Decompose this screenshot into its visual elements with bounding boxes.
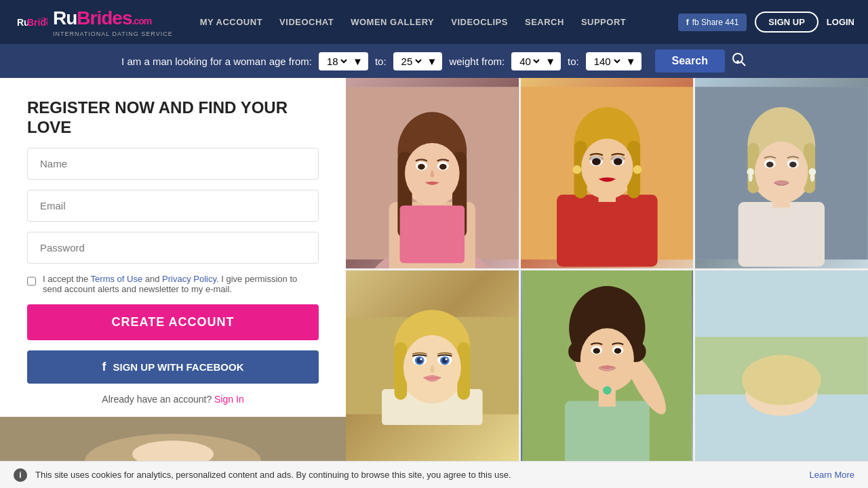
svg-point-37 <box>572 165 581 174</box>
svg-point-6 <box>736 60 739 63</box>
svg-point-47 <box>755 142 808 202</box>
photo-cell-5 <box>521 270 694 461</box>
weight-to-select-wrapper: 140150160170 ▼ <box>586 52 642 70</box>
search-bar: I am a man looking for a woman age from:… <box>0 44 868 78</box>
svg-point-51 <box>789 162 797 167</box>
login-button[interactable]: LOGIN <box>827 17 854 27</box>
nav-search[interactable]: SEARCH <box>525 17 564 27</box>
svg-point-38 <box>633 165 642 174</box>
search-icon-button[interactable] <box>732 52 747 70</box>
svg-point-85 <box>580 328 633 389</box>
svg-point-19 <box>418 164 425 169</box>
facebook-signup-button[interactable]: f SIGN UP WITH FACEBOOK <box>27 350 319 384</box>
weight-to-select[interactable]: 140150160170 <box>591 55 623 68</box>
header-right: f fb Share 441 SIGN UP LOGIN <box>678 12 854 33</box>
age-to-chevron: ▼ <box>427 56 437 67</box>
photos-grid <box>346 78 868 461</box>
svg-point-20 <box>439 164 447 169</box>
cookie-bar: i This site uses cookies for analytics, … <box>0 461 868 488</box>
fb-share-label: fb Share 441 <box>692 18 739 27</box>
svg-point-89 <box>614 348 620 353</box>
register-panel: REGISTER NOW AND FIND YOUR LOVE I accept… <box>0 78 346 461</box>
email-input[interactable] <box>27 190 319 222</box>
age-to-select-wrapper: 2526272830 ▼ <box>393 52 443 70</box>
weight-from-select[interactable]: 4045505560 <box>517 55 542 68</box>
signin-link[interactable]: Sign In <box>214 394 244 405</box>
fb-share-button[interactable]: f fb Share 441 <box>678 14 747 31</box>
svg-point-55 <box>810 174 814 182</box>
register-title: REGISTER NOW AND FIND YOUR LOVE <box>27 98 319 138</box>
main-nav: MY ACCOUNT VIDEOCHAT WOMEN GALLERY VIDEO… <box>200 17 665 27</box>
svg-point-94 <box>742 355 821 405</box>
svg-point-88 <box>593 348 599 353</box>
svg-point-72 <box>445 358 447 360</box>
photo-cell-6 <box>695 270 868 461</box>
age-from-select[interactable]: 1819202122 <box>324 55 349 68</box>
signin-prefix: Already have an account? <box>102 394 212 405</box>
age-from-chevron: ▼ <box>353 56 363 67</box>
age-to-label: to: <box>375 56 387 67</box>
nav-women-gallery[interactable]: WOMEN GALLERY <box>351 17 434 27</box>
bottom-strip-photo <box>0 417 346 461</box>
logo[interactable]: Ru Brides .com RuBrides.com INTERNATIONA… <box>14 5 186 39</box>
terms-text: I accept the Terms of Use and Privacy Po… <box>43 274 319 294</box>
nav-videochat[interactable]: VIDEOCHAT <box>279 17 334 27</box>
photo-cell-3 <box>695 78 868 268</box>
cookie-text: This site uses cookies for analytics, pe… <box>35 470 802 480</box>
svg-rect-24 <box>557 195 658 266</box>
terms-of-use-link[interactable]: Terms of Use <box>91 274 143 284</box>
terms-checkbox-row: I accept the Terms of Use and Privacy Po… <box>27 274 319 294</box>
photo-cell-2 <box>521 78 694 268</box>
nav-my-account[interactable]: MY ACCOUNT <box>200 17 262 27</box>
svg-rect-21 <box>400 205 465 263</box>
weight-from-select-wrapper: 4045505560 ▼ <box>511 52 561 70</box>
svg-point-36 <box>610 156 625 161</box>
nav-support[interactable]: SUPPORT <box>581 17 626 27</box>
nav-videoclips[interactable]: VIDEOCLIPS <box>451 17 508 27</box>
svg-line-5 <box>741 62 745 66</box>
fb-icon: f <box>686 18 689 27</box>
cookie-info-icon: i <box>14 468 27 482</box>
facebook-signup-label: SIGN UP WITH FACEBOOK <box>113 361 243 373</box>
create-account-button[interactable]: CREATE ACCOUNT <box>27 304 319 340</box>
learn-more-link[interactable]: Learn More <box>810 470 854 480</box>
search-prefix-label: I am a man looking for a woman age from: <box>121 56 312 67</box>
svg-point-35 <box>589 156 603 161</box>
weight-to-label: to: <box>568 56 579 67</box>
svg-point-53 <box>749 174 753 182</box>
age-to-select[interactable]: 2526272830 <box>399 55 424 68</box>
name-input[interactable] <box>27 148 319 180</box>
signup-button[interactable]: SIGN UP <box>755 12 818 33</box>
search-icon <box>732 52 747 67</box>
svg-point-84 <box>594 306 619 331</box>
password-input[interactable] <box>27 232 319 264</box>
weight-label: weight from: <box>449 56 505 67</box>
privacy-policy-link[interactable]: Privacy Policy <box>162 274 216 284</box>
facebook-icon: f <box>102 360 106 374</box>
svg-point-90 <box>603 386 611 394</box>
svg-text:.com: .com <box>39 16 47 22</box>
age-from-select-wrapper: 1819202122 ▼ <box>319 52 368 70</box>
svg-point-50 <box>766 162 774 167</box>
svg-point-30 <box>581 139 633 197</box>
search-button[interactable]: Search <box>655 49 725 73</box>
photo-cell-4 <box>346 270 519 461</box>
weight-to-chevron: ▼ <box>626 56 636 67</box>
logo-subtitle: INTERNATIONAL DATING SERVICE <box>53 30 173 37</box>
weight-from-chevron: ▼ <box>545 56 555 67</box>
terms-checkbox[interactable] <box>27 275 36 287</box>
header: Ru Brides .com RuBrides.com INTERNATIONA… <box>0 0 868 44</box>
svg-rect-41 <box>738 202 825 267</box>
svg-rect-75 <box>565 401 650 461</box>
logo-text: RuBrides.com <box>53 7 173 29</box>
svg-point-71 <box>420 358 422 360</box>
photo-cell-1 <box>346 78 519 268</box>
signin-row: Already have an account? Sign In <box>27 394 319 405</box>
